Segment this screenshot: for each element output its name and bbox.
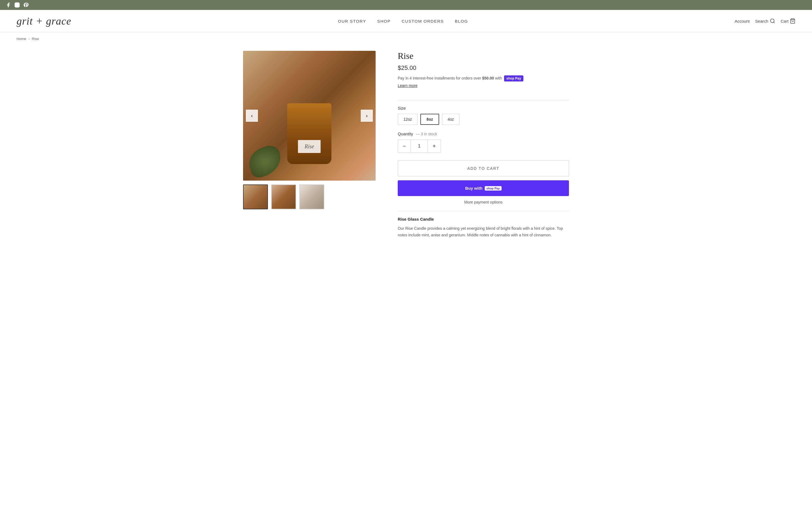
buy-now-button[interactable]: Buy with shop Pay	[398, 180, 569, 196]
thumbnail-list	[243, 185, 376, 209]
search-link[interactable]: Search	[755, 18, 775, 24]
nav-our-story[interactable]: OUR STORY	[338, 19, 366, 24]
thumbnail-2-img	[272, 185, 295, 209]
quantity-display: 1	[411, 140, 427, 153]
logo: grit + grace	[17, 15, 71, 27]
pinterest-icon[interactable]	[23, 2, 29, 8]
search-label: Search	[755, 19, 768, 24]
leaf-decoration	[245, 143, 286, 180]
image-next-button[interactable]: ›	[361, 109, 373, 122]
product-images: ‹ ›	[243, 51, 376, 239]
quantity-label: Quantity	[398, 131, 413, 136]
breadcrumb: Home › Rise	[0, 32, 812, 45]
thumbnail-3[interactable]	[300, 185, 324, 209]
shop-pay-with: with	[495, 76, 503, 80]
more-payment-options[interactable]: More payment options	[398, 200, 569, 204]
breadcrumb-separator: ›	[28, 37, 30, 41]
shop-pay-amount: $50.00	[482, 76, 494, 80]
nav-shop[interactable]: SHOP	[377, 19, 391, 24]
shop-pay-badge: shop Pay	[504, 75, 523, 82]
description-title: Rise Glass Candle	[398, 217, 569, 221]
product-price: $25.00	[398, 64, 569, 72]
add-to-cart-button[interactable]: ADD TO CART	[398, 160, 569, 176]
size-4oz[interactable]: 4oz	[442, 114, 460, 125]
size-label-text: Size	[398, 106, 406, 111]
size-8oz[interactable]: 8oz	[420, 114, 439, 125]
top-bar	[0, 0, 812, 10]
breadcrumb-home[interactable]: Home	[17, 37, 26, 41]
size-options: 12oz 8oz 4oz	[398, 114, 569, 125]
image-prev-button[interactable]: ‹	[246, 109, 258, 122]
search-icon	[770, 18, 775, 24]
size-label: Size	[398, 106, 569, 111]
nav-custom-orders[interactable]: CUSTOM ORDERS	[402, 19, 444, 24]
thumbnail-3-img	[300, 185, 324, 209]
instagram-icon[interactable]	[14, 2, 20, 8]
thumbnail-2[interactable]	[271, 185, 296, 209]
size-12oz[interactable]: 12oz	[398, 114, 418, 125]
quantity-decrease-button[interactable]: −	[398, 140, 411, 153]
cart-icon	[790, 18, 795, 24]
account-link[interactable]: Account	[735, 19, 750, 24]
main-image: ‹ ›	[243, 51, 376, 180]
nav-blog[interactable]: BLOG	[455, 19, 468, 24]
shop-pay-info: Pay in 4 interest-free installments for …	[398, 75, 569, 82]
main-nav: OUR STORY SHOP CUSTOM ORDERS BLOG	[338, 19, 468, 24]
thumbnail-1-img	[244, 185, 267, 209]
svg-point-2	[770, 19, 774, 23]
quantity-controls: − 1 +	[398, 140, 569, 153]
quantity-increase-button[interactable]: +	[427, 140, 441, 153]
product-title: Rise	[398, 51, 569, 61]
shop-pay-text: Pay in 4 interest-free installments for …	[398, 76, 481, 80]
product-photo	[243, 51, 376, 180]
header: grit + grace OUR STORY SHOP CUSTOM ORDER…	[0, 10, 812, 32]
product-container: ‹ › Rise $25.00 Pay in 4 interest-free i…	[227, 45, 585, 255]
thumbnail-1[interactable]	[243, 185, 268, 209]
facebook-icon[interactable]	[5, 2, 11, 8]
learn-more-link[interactable]: Learn more	[398, 84, 418, 88]
cart-link[interactable]: Cart	[781, 18, 795, 24]
quantity-label-row: Quantity — 3 in stock	[398, 131, 569, 136]
product-info: Rise $25.00 Pay in 4 interest-free insta…	[398, 51, 569, 239]
buy-now-label: Buy with	[465, 186, 482, 191]
cart-label: Cart	[781, 19, 788, 24]
header-right: Account Search Cart	[735, 18, 795, 24]
svg-line-3	[773, 22, 775, 23]
description-text: Our Rise Candle provides a calming yet e…	[398, 225, 569, 239]
buy-now-shop-pay-badge: shop Pay	[485, 186, 502, 191]
breadcrumb-current: Rise	[32, 37, 39, 41]
stock-note: — 3 in stock	[416, 132, 437, 136]
divider-1	[398, 100, 569, 100]
